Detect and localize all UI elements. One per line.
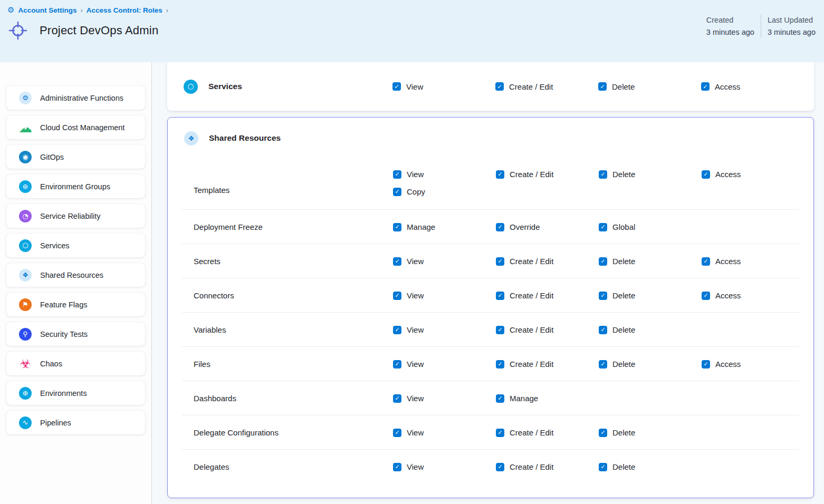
- checkbox-checked-icon[interactable]: ✓: [496, 394, 504, 403]
- sidebar-item-service-reliability[interactable]: ◔ Service Reliability: [6, 204, 145, 228]
- checkbox-checked-icon[interactable]: ✓: [496, 292, 504, 300]
- permission-checkbox[interactable]: ✓ Access: [702, 257, 804, 266]
- permission-checkbox[interactable]: ✓ View: [393, 360, 496, 369]
- checkbox-checked-icon[interactable]: ✓: [599, 360, 607, 369]
- page-body: ⚙ Administrative Functions ☁$ Cloud Cost…: [0, 62, 824, 504]
- permission-checkbox[interactable]: ✓ Manage: [393, 222, 496, 231]
- permission-checkbox[interactable]: ✓ Create / Edit: [496, 462, 599, 471]
- permission-checkbox[interactable]: ✓ View: [393, 291, 496, 300]
- permission-checkbox[interactable]: ✓ Delete: [599, 170, 702, 179]
- permission-checkbox[interactable]: ✓ Delete: [599, 257, 702, 266]
- permission-checkbox[interactable]: ✓ View: [393, 325, 496, 334]
- permission-checkbox[interactable]: ✓ View: [393, 394, 496, 403]
- permission-checkbox[interactable]: ✓ Global: [599, 222, 702, 231]
- permission-checkbox[interactable]: ✓ Delete: [599, 462, 702, 471]
- permission-checkbox[interactable]: ✓ View: [393, 428, 496, 437]
- perm-col-2: ✓ Create / Edit: [496, 257, 599, 266]
- permission-checkbox[interactable]: ✓ Create / Edit: [495, 82, 598, 91]
- checkbox-checked-icon[interactable]: ✓: [496, 360, 504, 369]
- sidebar-item-cloud-cost-management[interactable]: ☁$ Cloud Cost Management: [6, 115, 145, 139]
- checkbox-checked-icon[interactable]: ✓: [496, 326, 504, 334]
- checkbox-checked-icon[interactable]: ✓: [393, 257, 401, 266]
- checkbox-checked-icon[interactable]: ✓: [496, 429, 504, 437]
- permission-checkbox[interactable]: ✓ Copy: [393, 187, 496, 196]
- checkbox-checked-icon[interactable]: ✓: [599, 326, 607, 334]
- permission-checkbox[interactable]: ✓ View: [393, 257, 496, 266]
- shared-resources-card: ❖ Shared Resources Templates ✓ View ✓ Co…: [167, 117, 814, 498]
- checkbox-checked-icon[interactable]: ✓: [392, 82, 401, 91]
- permission-label: View: [407, 462, 424, 471]
- sidebar-item-label: Feature Flags: [40, 301, 87, 309]
- checkbox-checked-icon[interactable]: ✓: [393, 223, 401, 231]
- resource-label: Variables: [168, 325, 393, 334]
- checkbox-checked-icon[interactable]: ✓: [702, 257, 710, 266]
- services-permissions: ✓ View ✓ Create / Edit ✓ Delete ✓ Access: [392, 82, 804, 91]
- checkbox-checked-icon[interactable]: ✓: [393, 463, 401, 471]
- checkbox-checked-icon[interactable]: ✓: [702, 170, 710, 179]
- permission-checkbox[interactable]: ✓ Delete: [599, 325, 702, 334]
- sidebar-item-chaos[interactable]: ☣ Chaos: [6, 352, 145, 375]
- permission-checkbox[interactable]: ✓ Access: [701, 82, 804, 91]
- checkbox-checked-icon[interactable]: ✓: [496, 257, 504, 266]
- permission-checkbox[interactable]: ✓ View: [392, 82, 495, 91]
- permission-checkbox[interactable]: ✓ Create / Edit: [496, 428, 599, 437]
- checkbox-checked-icon[interactable]: ✓: [393, 360, 401, 369]
- checkbox-checked-icon[interactable]: ✓: [393, 170, 401, 179]
- dollar-overlay: $: [24, 125, 27, 130]
- checkbox-checked-icon[interactable]: ✓: [702, 292, 710, 300]
- sidebar-item-environment-groups[interactable]: ⊛ Environment Groups: [6, 175, 145, 198]
- permission-checkbox[interactable]: ✓ Delete: [598, 82, 701, 91]
- sidebar-item-feature-flags[interactable]: ⚑ Feature Flags: [6, 293, 145, 316]
- permission-checkbox[interactable]: ✓ Manage: [496, 394, 599, 403]
- checkbox-checked-icon[interactable]: ✓: [599, 292, 607, 300]
- permission-checkbox[interactable]: ✓ View: [393, 170, 496, 179]
- sidebar-item-gitops[interactable]: ◉ GitOps: [6, 145, 145, 169]
- permission-checkbox[interactable]: ✓ View: [393, 462, 496, 471]
- checkbox-checked-icon[interactable]: ✓: [599, 429, 607, 437]
- checkbox-checked-icon[interactable]: ✓: [393, 326, 401, 334]
- checkbox-checked-icon[interactable]: ✓: [599, 257, 607, 266]
- sidebar-item-services[interactable]: ⬡ Services: [6, 234, 145, 257]
- permission-checkbox[interactable]: ✓ Access: [702, 360, 804, 369]
- checkbox-checked-icon[interactable]: ✓: [393, 394, 401, 403]
- perm-col-4: ✓ Access: [702, 360, 804, 369]
- checkbox-checked-icon[interactable]: ✓: [598, 82, 607, 91]
- checkbox-checked-icon[interactable]: ✓: [702, 360, 710, 369]
- permission-checkbox[interactable]: ✓ Access: [702, 170, 804, 179]
- perm-col-3: ✓ Delete: [599, 428, 702, 437]
- checkbox-checked-icon[interactable]: ✓: [393, 429, 401, 437]
- sidebar-item-administrative-functions[interactable]: ⚙ Administrative Functions: [6, 86, 145, 110]
- sidebar-item-environments[interactable]: ⊕ Environments: [6, 381, 145, 405]
- breadcrumb-account-settings[interactable]: Account Settings: [18, 6, 76, 14]
- sidebar-item-shared-resources[interactable]: ❖ Shared Resources: [6, 263, 145, 287]
- permission-checkbox[interactable]: ✓ Create / Edit: [496, 325, 599, 334]
- permission-checkbox[interactable]: ✓ Delete: [599, 360, 702, 369]
- shield-scan-icon: ⚲: [19, 328, 32, 341]
- checkbox-checked-icon[interactable]: ✓: [701, 82, 710, 91]
- checkbox-checked-icon[interactable]: ✓: [496, 170, 504, 179]
- permission-checkbox[interactable]: ✓ Access: [702, 291, 804, 300]
- permission-checkbox[interactable]: ✓ Create / Edit: [496, 291, 599, 300]
- breadcrumb-access-control-roles[interactable]: Access Control: Roles: [87, 6, 162, 14]
- perm-col-1: ✓ View: [393, 428, 496, 437]
- permission-checkbox[interactable]: ✓ Delete: [599, 291, 702, 300]
- checkbox-checked-icon[interactable]: ✓: [393, 292, 401, 300]
- permission-checkbox[interactable]: ✓ Create / Edit: [496, 360, 599, 369]
- sidebar-item-security-tests[interactable]: ⚲ Security Tests: [6, 322, 145, 346]
- permission-checkbox[interactable]: ✓ Override: [496, 222, 599, 231]
- permission-checkbox[interactable]: ✓ Create / Edit: [496, 257, 599, 266]
- perm-col-1: ✓ View: [393, 394, 496, 403]
- checkbox-checked-icon[interactable]: ✓: [599, 223, 607, 231]
- checkbox-checked-icon[interactable]: ✓: [496, 463, 504, 471]
- checkbox-checked-icon[interactable]: ✓: [496, 223, 504, 231]
- permission-checkbox[interactable]: ✓ Delete: [599, 428, 702, 437]
- checkbox-checked-icon[interactable]: ✓: [599, 463, 607, 471]
- resource-label: Deployment Freeze: [168, 222, 393, 231]
- sidebar-item-pipelines[interactable]: ∿ Pipelines: [6, 411, 145, 434]
- checkbox-checked-icon[interactable]: ✓: [393, 188, 401, 196]
- permission-checkbox[interactable]: ✓ Create / Edit: [496, 170, 599, 179]
- resource-row-delegate-configurations: Delegate Configurations ✓ View ✓ Create …: [168, 415, 813, 450]
- checkbox-checked-icon[interactable]: ✓: [495, 82, 504, 91]
- resource-label: Templates: [168, 186, 393, 195]
- checkbox-checked-icon[interactable]: ✓: [599, 170, 607, 179]
